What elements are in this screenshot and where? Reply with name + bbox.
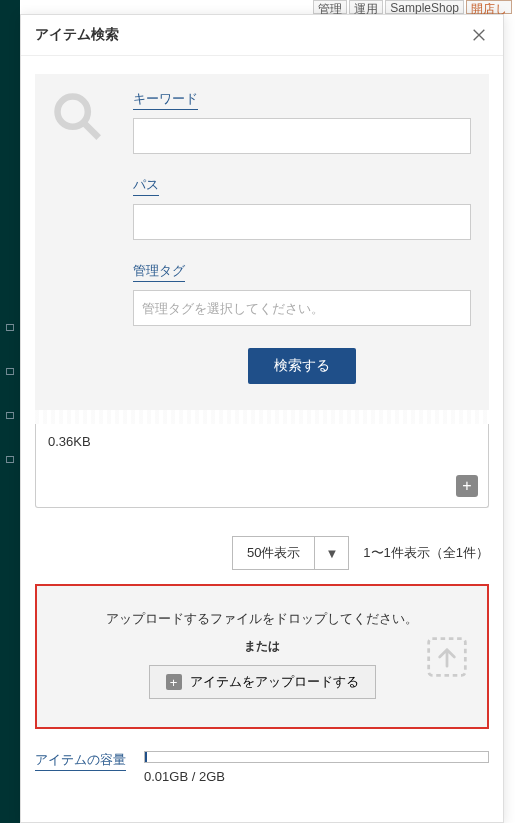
capacity-usage-text: 0.01GB / 2GB bbox=[144, 769, 489, 784]
page-range-text: 1〜1件表示（全1件） bbox=[363, 544, 489, 562]
path-label: パス bbox=[133, 176, 159, 196]
upload-dropzone[interactable]: アップロードするファイルをドロップしてください。 または + アイテムをアップロ… bbox=[35, 584, 489, 729]
shop-name[interactable]: SampleShop bbox=[385, 0, 464, 14]
path-group: パス bbox=[133, 176, 471, 240]
capacity-fill bbox=[145, 752, 147, 762]
chevron-down-icon: ▼ bbox=[315, 537, 348, 569]
search-icon bbox=[51, 90, 103, 142]
close-icon[interactable] bbox=[469, 25, 489, 45]
keyword-label: キーワード bbox=[133, 90, 198, 110]
tab-admin[interactable]: 管理 bbox=[313, 0, 347, 14]
capacity-label: アイテムの容量 bbox=[35, 751, 126, 771]
search-button[interactable]: 検索する bbox=[248, 348, 356, 384]
modal-title: アイテム検索 bbox=[35, 26, 119, 44]
tag-input[interactable] bbox=[133, 290, 471, 326]
open-status[interactable]: 開店し bbox=[466, 0, 512, 14]
capacity-bar bbox=[144, 751, 489, 763]
add-item-icon[interactable]: + bbox=[456, 475, 478, 497]
page-size-label: 50件表示 bbox=[233, 537, 315, 569]
top-tabs: 管理 運用 SampleShop 開店し bbox=[0, 0, 516, 14]
nav-icon: □ bbox=[6, 408, 13, 422]
paging-row: 50件表示 ▼ 1〜1件表示（全1件） bbox=[35, 536, 489, 570]
nav-icon: □ bbox=[6, 452, 13, 466]
item-search-modal: アイテム検索 キーワード パス 管理タグ 検索する bbox=[20, 14, 504, 823]
nav-icon: □ bbox=[6, 364, 13, 378]
keyword-input[interactable] bbox=[133, 118, 471, 154]
tab-ops[interactable]: 運用 bbox=[349, 0, 383, 14]
keyword-group: キーワード bbox=[133, 90, 471, 154]
page-size-select[interactable]: 50件表示 ▼ bbox=[232, 536, 349, 570]
plus-icon: + bbox=[166, 674, 182, 690]
search-panel: キーワード パス 管理タグ 検索する bbox=[35, 74, 489, 410]
modal-header: アイテム検索 bbox=[21, 15, 503, 56]
upload-drop-text: アップロードするファイルをドロップしてください。 bbox=[51, 610, 473, 628]
left-nav-behind: □ □ □ □ bbox=[0, 0, 20, 823]
nav-icon: □ bbox=[6, 320, 13, 334]
capacity-row: アイテムの容量 0.01GB / 2GB bbox=[35, 751, 489, 784]
svg-line-1 bbox=[84, 123, 99, 138]
item-card: 0.36KB + bbox=[35, 424, 489, 508]
upload-button-label: アイテムをアップロードする bbox=[190, 673, 359, 691]
item-size: 0.36KB bbox=[48, 434, 476, 449]
search-button-row: 検索する bbox=[133, 348, 471, 384]
upload-arrow-icon bbox=[425, 635, 469, 679]
path-input[interactable] bbox=[133, 204, 471, 240]
upload-button[interactable]: + アイテムをアップロードする bbox=[149, 665, 376, 699]
torn-divider bbox=[35, 410, 489, 424]
tag-label: 管理タグ bbox=[133, 262, 185, 282]
capacity-right: 0.01GB / 2GB bbox=[144, 751, 489, 784]
tag-group: 管理タグ bbox=[133, 262, 471, 326]
search-fields: キーワード パス 管理タグ 検索する bbox=[133, 90, 471, 384]
upload-or-text: または bbox=[51, 638, 473, 655]
svg-point-0 bbox=[58, 97, 88, 127]
